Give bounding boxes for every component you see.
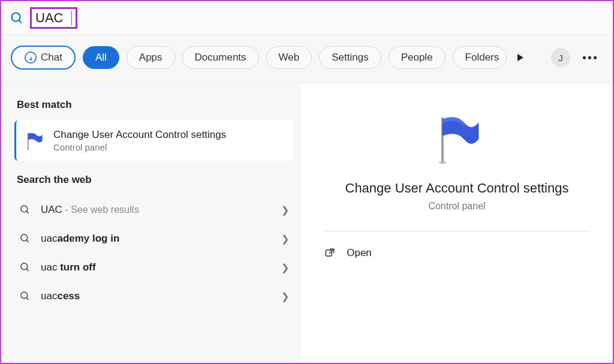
text-cursor [71,11,72,25]
filter-documents[interactable]: Documents [182,46,259,69]
search-icon [10,11,24,25]
uac-flag-icon [23,130,45,152]
svg-line-11 [26,297,29,300]
chevron-right-icon: ❯ [281,291,289,302]
filter-row: Chat All Apps Documents Web Settings Peo… [1,35,613,83]
divider [324,231,590,231]
results-panel: Best match Change User Account Control s… [1,83,301,362]
search-icon [19,261,31,273]
search-input-highlight [30,7,77,29]
best-match-heading: Best match [17,99,291,111]
search-web-heading: Search the web [17,174,291,186]
more-menu-icon[interactable]: ••• [577,51,603,65]
chat-label: Chat [41,52,62,64]
chevron-right-icon: ❯ [281,204,289,216]
content-area: Best match Change User Account Control s… [1,83,613,362]
svg-line-5 [26,211,29,213]
best-match-subtitle: Control panel [53,142,226,152]
detail-subtitle: Control panel [428,201,485,212]
chevron-right-icon: ❯ [281,233,289,245]
detail-title: Change User Account Control settings [336,181,579,196]
open-action[interactable]: Open [324,243,590,263]
svg-line-9 [26,269,29,271]
svg-line-1 [19,20,22,23]
scroll-right-icon[interactable] [517,54,523,61]
search-input[interactable] [35,10,70,26]
svg-point-0 [12,13,20,21]
filter-all[interactable]: All [83,46,119,69]
svg-rect-14 [326,250,332,256]
web-result-3[interactable]: uaccess ❯ [14,282,294,311]
filter-settings[interactable]: Settings [319,46,381,69]
uac-flag-icon-large [430,112,484,166]
best-match-title: Change User Account Control settings [53,129,226,141]
web-result-text: uaccess [41,290,272,302]
svg-point-13 [439,161,446,164]
search-icon [19,204,31,216]
filter-people[interactable]: People [389,46,446,69]
svg-point-2 [25,52,36,63]
detail-panel: Change User Account Control settings Con… [306,91,608,362]
bing-icon [24,51,37,64]
web-result-text: uac turn off [41,261,272,273]
open-label: Open [347,247,372,259]
web-result-0[interactable]: UAC - See web results ❯ [14,195,294,224]
chevron-right-icon: ❯ [281,262,289,273]
web-result-1[interactable]: uacademy log in ❯ [14,224,294,253]
chat-pill[interactable]: Chat [11,46,76,70]
web-result-text: UAC - See web results [41,204,272,216]
best-match-card[interactable]: Change User Account Control settings Con… [14,121,294,161]
open-icon [324,247,336,259]
filter-web[interactable]: Web [266,46,312,69]
search-bar [1,1,613,35]
filter-folders[interactable]: Folders [453,46,507,69]
web-result-2[interactable]: uac turn off ❯ [14,253,294,282]
web-result-text: uacademy log in [41,233,272,245]
filter-apps[interactable]: Apps [127,46,175,69]
svg-line-7 [26,240,29,242]
user-avatar[interactable]: J [551,48,570,67]
search-icon [19,290,31,302]
search-icon [19,233,31,245]
